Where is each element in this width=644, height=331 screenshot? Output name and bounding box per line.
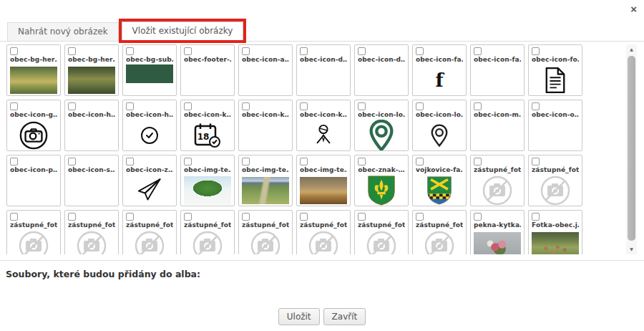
file-checkbox[interactable] <box>126 102 134 110</box>
file-checkbox[interactable] <box>126 158 134 166</box>
file-cell[interactable]: obec-icon-fa… f <box>412 44 467 96</box>
file-cell[interactable]: obec-icon-p… <box>6 155 61 206</box>
file-cell[interactable]: obec-icon-k… <box>238 100 293 151</box>
file-cell[interactable]: obec-icon-fo… <box>528 44 582 96</box>
file-checkbox[interactable] <box>10 102 18 110</box>
file-checkbox[interactable] <box>300 158 308 166</box>
file-cell[interactable]: obec-icon-d… <box>296 44 351 96</box>
file-checkbox[interactable] <box>68 102 76 110</box>
file-checkbox[interactable] <box>126 47 134 55</box>
file-cell[interactable]: zástupné_fot… <box>354 210 409 254</box>
file-checkbox[interactable] <box>300 47 308 55</box>
file-cell[interactable]: obec-icon-z… <box>122 155 177 206</box>
file-cell[interactable]: zástupné_fot… <box>64 210 119 254</box>
file-checkbox[interactable] <box>532 158 540 166</box>
file-cell[interactable]: obec-icon-m… <box>470 100 525 151</box>
vertical-scrollbar[interactable]: ▲ ▼ <box>626 44 637 254</box>
file-cell[interactable]: obec-bg-her… <box>6 44 61 96</box>
tab-insert-existing-images[interactable]: Vložit existující obrázky <box>122 21 244 40</box>
close-icon[interactable]: × <box>629 2 638 16</box>
file-checkbox[interactable] <box>474 213 482 221</box>
file-thumbnail <box>10 230 57 254</box>
save-button[interactable]: Uložit <box>278 308 320 325</box>
file-checkbox[interactable] <box>416 47 424 55</box>
file-checkbox[interactable] <box>300 102 308 110</box>
scroll-up-icon[interactable]: ▲ <box>626 44 637 54</box>
photo-aerial-dark-thumbnail <box>68 67 115 94</box>
tab-upload-new-image[interactable]: Nahrát nový obrázek <box>7 22 119 41</box>
file-cell[interactable]: zástupné_fot… <box>122 210 177 254</box>
placeholder-no-photo-icon <box>423 231 456 255</box>
file-cell[interactable]: obec-icon-lo… <box>354 100 409 151</box>
file-cell[interactable]: zástupné_fot… <box>180 210 235 254</box>
scroll-down-icon[interactable]: ▼ <box>626 244 637 254</box>
file-cell[interactable]: vojkovice-fa… <box>412 155 467 206</box>
file-checkbox[interactable] <box>358 213 366 221</box>
file-checkbox[interactable] <box>126 213 134 221</box>
file-cell[interactable]: zástupné_fot… <box>6 210 61 254</box>
file-cell[interactable]: obec-bg-sub… <box>122 44 177 96</box>
file-checkbox[interactable] <box>68 47 76 55</box>
file-thumbnail <box>532 175 579 206</box>
file-cell[interactable]: obec-icon-g… <box>6 100 61 151</box>
file-checkbox[interactable] <box>68 213 76 221</box>
file-cell[interactable]: Fotka-obec.j… <box>528 210 582 254</box>
file-cell[interactable]: pekna-kytka… <box>470 210 525 254</box>
file-cell[interactable]: zástupné_fot… <box>470 155 525 206</box>
file-name: obec-icon-lo… <box>416 111 463 119</box>
file-checkbox[interactable] <box>184 213 192 221</box>
file-cell[interactable]: obec-icon-d… <box>354 44 409 96</box>
file-cell[interactable]: obec-icon-fa… <box>470 44 525 96</box>
scrollbar-thumb[interactable] <box>628 56 635 241</box>
file-cell[interactable]: obec-img-te… <box>238 155 293 206</box>
file-checkbox[interactable] <box>242 213 250 221</box>
file-checkbox[interactable] <box>242 47 250 55</box>
file-cell[interactable]: obec-img-te… <box>180 155 235 206</box>
file-checkbox[interactable] <box>358 158 366 166</box>
file-checkbox[interactable] <box>300 213 308 221</box>
file-checkbox[interactable] <box>242 102 250 110</box>
file-checkbox[interactable] <box>532 47 540 55</box>
file-checkbox[interactable] <box>68 158 76 166</box>
file-cell[interactable]: obec-icon-lo… <box>412 100 467 151</box>
file-cell[interactable]: obec-img-te… <box>296 155 351 206</box>
file-checkbox[interactable] <box>474 158 482 166</box>
file-checkbox[interactable] <box>184 158 192 166</box>
file-cell[interactable]: obec-icon-k… <box>296 100 351 151</box>
file-checkbox[interactable] <box>416 213 424 221</box>
file-cell[interactable]: obec-icon-h… <box>122 100 177 151</box>
file-checkbox[interactable] <box>10 158 18 166</box>
file-checkbox[interactable] <box>416 158 424 166</box>
file-checkbox[interactable] <box>474 102 482 110</box>
file-thumbnail <box>532 64 579 95</box>
file-checkbox[interactable] <box>474 47 482 55</box>
file-cell[interactable]: obec-znak-… <box>354 155 409 206</box>
close-button[interactable]: Zavřít <box>323 308 366 325</box>
file-checkbox[interactable] <box>10 213 18 221</box>
file-cell[interactable]: obec-icon-s… <box>64 155 119 206</box>
file-cell[interactable]: obec-icon-h… <box>64 100 119 151</box>
file-cell[interactable]: obec-icon-k… 18 <box>180 100 235 151</box>
file-thumbnail <box>126 120 173 150</box>
file-checkbox[interactable] <box>532 102 540 110</box>
file-cell[interactable]: zástupné_fot… <box>238 210 293 254</box>
file-checkbox[interactable] <box>10 47 18 55</box>
file-name: zástupné_fot… <box>126 221 173 229</box>
file-checkbox[interactable] <box>358 47 366 55</box>
calendar-icon: 18 <box>194 123 221 148</box>
file-checkbox[interactable] <box>358 102 366 110</box>
file-cell[interactable]: zástupné_fot… <box>412 210 467 254</box>
file-cell[interactable]: obec-footer-… <box>180 44 235 96</box>
file-cell[interactable]: obec-icon-a… <box>238 44 293 96</box>
file-name: zástupné_fot… <box>300 221 347 229</box>
file-cell[interactable]: zástupné_fot… <box>296 210 351 254</box>
file-thumbnail <box>184 175 231 206</box>
file-checkbox[interactable] <box>416 102 424 110</box>
file-checkbox[interactable] <box>532 213 540 221</box>
file-checkbox[interactable] <box>242 158 250 166</box>
file-checkbox[interactable] <box>184 102 192 110</box>
file-cell[interactable]: obec-icon-o… <box>528 100 582 151</box>
file-cell[interactable]: obec-bg-her… <box>64 44 119 96</box>
file-cell[interactable]: zástupné_fot… <box>528 155 582 206</box>
file-checkbox[interactable] <box>184 47 192 55</box>
